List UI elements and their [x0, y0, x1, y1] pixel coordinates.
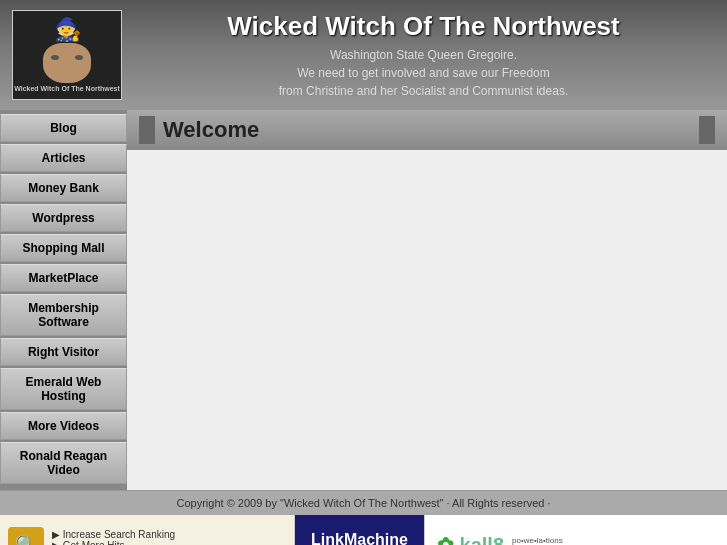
sidebar-nav: Blog Articles Money Bank Wordpress Shopp… — [0, 110, 127, 490]
linkmachine-title: LinkMachine — [311, 531, 408, 545]
main-content: Welcome — [127, 110, 727, 490]
sidebar-item-marketplace[interactable]: MarketPlace — [0, 264, 127, 292]
ad-left-block[interactable]: 🔍 ▶ Increase Search Ranking ▶ Get More H… — [0, 515, 295, 545]
welcome-accent-left — [139, 116, 155, 144]
kall8-tagline: po•we•la•tions instant activation of tol… — [512, 536, 661, 546]
page-footer: Copyright © 2009 by "Wicked Witch Of The… — [0, 490, 727, 515]
sidebar-item-blog[interactable]: Blog — [0, 114, 127, 142]
sidebar-item-articles[interactable]: Articles — [0, 144, 127, 172]
site-title: Wicked Witch Of The Northwest — [132, 11, 715, 42]
sidebar-item-money-bank[interactable]: Money Bank — [0, 174, 127, 202]
logo-caption: Wicked Witch Of The Northwest — [14, 85, 120, 92]
sidebar-item-more-videos[interactable]: More Videos — [0, 412, 127, 440]
witch-hat-icon: 🧙 — [54, 19, 81, 41]
welcome-heading: Welcome — [163, 117, 259, 143]
sidebar-item-membership-software[interactable]: Membership Software — [0, 294, 127, 336]
site-tagline: Washington State Queen Gregoire. We need… — [132, 46, 715, 100]
header-text-block: Wicked Witch Of The Northwest Washington… — [132, 11, 715, 100]
page-header: 🧙 Wicked Witch Of The Northwest Wicked W… — [0, 0, 727, 110]
sidebar-item-right-visitor[interactable]: Right Visitor — [0, 338, 127, 366]
sidebar-item-emerald-web-hosting[interactable]: Emerald Web Hosting — [0, 368, 127, 410]
welcome-bar: Welcome — [127, 110, 727, 150]
sidebar-item-ronald-reagan-video[interactable]: Ronald Reagan Video — [0, 442, 127, 484]
ad-kall8[interactable]: ✿ kall8 po•we•la•tions instant activatio… — [424, 515, 727, 545]
kall8-logo: ✿ kall8 — [437, 533, 504, 545]
ad-bar-1: 🔍 ▶ Increase Search Ranking ▶ Get More H… — [0, 515, 727, 545]
main-layout: Blog Articles Money Bank Wordpress Shopp… — [0, 110, 727, 490]
logo-face — [43, 43, 91, 83]
ad-left-text: ▶ Increase Search Ranking ▶ Get More Hit… — [52, 529, 175, 546]
copyright-text: Copyright © 2009 by "Wicked Witch Of The… — [177, 497, 551, 509]
welcome-accent-right — [699, 116, 715, 144]
ad-icon: 🔍 — [8, 527, 44, 545]
sidebar-item-shopping-mall[interactable]: Shopping Mall — [0, 234, 127, 262]
ad-linkmachine[interactable]: LinkMachine Link Exchange System — [295, 515, 424, 545]
content-area — [127, 150, 727, 370]
sidebar-item-wordpress[interactable]: Wordpress — [0, 204, 127, 232]
site-logo: 🧙 Wicked Witch Of The Northwest — [12, 10, 132, 100]
